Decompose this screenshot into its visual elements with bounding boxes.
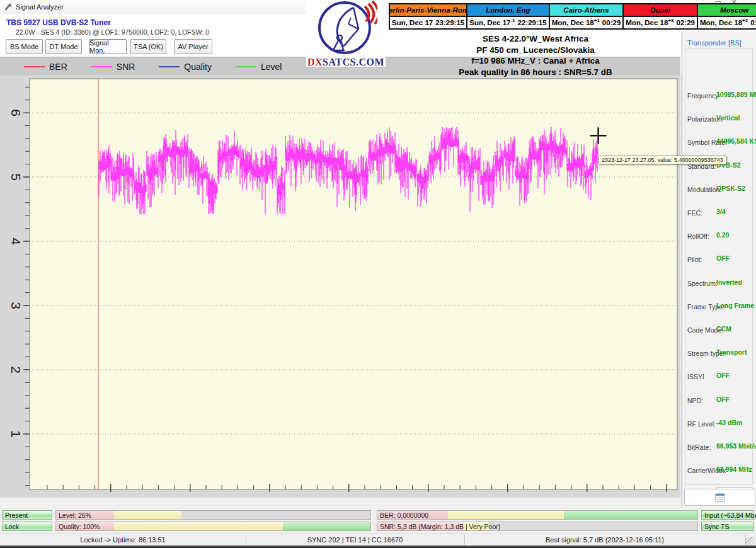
tp-value: Vertical bbox=[716, 114, 740, 122]
resize-grip[interactable] bbox=[746, 537, 755, 545]
y-axis-label-2: 2 bbox=[8, 362, 23, 378]
y-axis-label-1: 1 bbox=[8, 426, 23, 442]
legend-label: Level bbox=[261, 62, 282, 72]
chart-title-antenna: PF 450 cm_Lucenec/Slovakia bbox=[387, 45, 684, 56]
clock-time-1: Sun, Dec 17-122:29:15 bbox=[467, 17, 549, 28]
chart-title-peak: Peak quality in 86 hours : SNR=5.7 dB bbox=[387, 67, 684, 78]
tp-value: OFF bbox=[716, 372, 730, 379]
clock-city-1: London, Eng bbox=[467, 4, 549, 17]
clock-time-value: 22:29:15 bbox=[518, 19, 547, 26]
y-axis-label-5: 5 bbox=[8, 169, 23, 185]
tp-label: BitRate: bbox=[687, 443, 711, 451]
legend-item-level: Level bbox=[236, 62, 282, 72]
sync-ts-indicator: Sync TS bbox=[701, 522, 754, 531]
lock-indicator: Lock bbox=[2, 522, 52, 531]
app-icon bbox=[4, 3, 13, 11]
chart-title-frequency: f=10 986 MHz_V : Canal + Africa bbox=[387, 55, 684, 67]
present-indicator: Present bbox=[2, 510, 52, 520]
status-sync: SYNC 202 | TEI 14 | CC 16670 bbox=[246, 534, 464, 546]
tp-row-carrierwidth-: CarrierWidth:53,994 MHz bbox=[687, 465, 754, 474]
tp-value: 10985,889 MHz bbox=[716, 91, 756, 98]
tp-row-stream-type-: Stream type:Transport bbox=[687, 348, 754, 357]
status-uptime: Locked -> Uptime: 86:13:51 bbox=[0, 534, 246, 546]
tp-label: NPD: bbox=[687, 397, 703, 404]
tp-value: Inverted bbox=[716, 278, 742, 286]
legend-item-snr: SNR bbox=[91, 62, 135, 72]
signal-analyzer-window: ▭✕ Signal Analyzer TBS 5927 USB DVB-S2 T… bbox=[0, 0, 756, 548]
tp-row-spectrum-: Spectrum:Inverted bbox=[687, 278, 754, 287]
legend-label: Quality bbox=[184, 62, 212, 72]
tp-value: QPSK-S2 bbox=[716, 185, 745, 192]
tp-label: ISSYI bbox=[687, 373, 704, 380]
logo-text: DXSATCS.COM bbox=[306, 57, 386, 68]
clock-date: Mon, Dec 18 bbox=[700, 19, 742, 26]
tp-value: Long Frame bbox=[716, 302, 754, 309]
y-axis-label-3: 3 bbox=[8, 297, 23, 314]
clock-utc-offset: +3 bbox=[668, 18, 676, 23]
level-bar: Level: 26% bbox=[55, 510, 371, 520]
status-bar: Locked -> Uptime: 86:13:51 SYNC 202 | TE… bbox=[0, 533, 756, 546]
tab-dt-mode[interactable]: DT Mode bbox=[45, 39, 82, 54]
tp-value: 44995,584 KS/s bbox=[716, 137, 756, 145]
clock-time-4: Mon, Dec 18+201:29 bbox=[698, 17, 756, 28]
tp-value: -43 dBm bbox=[716, 419, 742, 426]
tp-value: 53,994 MHz bbox=[716, 465, 752, 473]
tp-label: Spectrum: bbox=[687, 280, 718, 287]
tp-value: OFF bbox=[716, 396, 730, 403]
tp-value: 66,953 Mbit/s bbox=[716, 442, 756, 450]
tuner-settings: 22.0W - SES 4 (ID: 3380) @ LOF1: 9750000… bbox=[16, 28, 209, 36]
legend-color-swatch bbox=[91, 66, 112, 67]
clock-time-0: Sun, Dec 1723:29:15 bbox=[390, 17, 467, 28]
tab-bs-mode[interactable]: BS Mode bbox=[6, 39, 43, 54]
legend-label: BER bbox=[49, 62, 67, 72]
chart-title-block: SES 4-22.0°W_West Africa PF 450 cm_Lucen… bbox=[387, 33, 684, 77]
tp-row-npd-: NPD:OFF bbox=[687, 396, 754, 404]
clock-city-0: Berlin-Paris-Vienna-Roma bbox=[390, 4, 467, 17]
tp-value: Transport bbox=[716, 348, 747, 356]
ber-bar: BER: 0,0000000 bbox=[377, 510, 698, 520]
clock-date: Sun, Dec 17 bbox=[392, 19, 433, 26]
stream-list-button[interactable] bbox=[684, 489, 755, 506]
tab-signal-mon-[interactable]: Signal Mon. bbox=[89, 39, 127, 54]
tp-label: Frequency: bbox=[687, 92, 721, 100]
legend-color-swatch bbox=[236, 66, 256, 67]
status-best-signal: Best signal: 5,7 dB (2023-12-16 05:11) bbox=[464, 534, 745, 546]
clock-time-value: 23:29:15 bbox=[435, 19, 464, 26]
legend-item-quality: Quality bbox=[159, 62, 212, 72]
legend-color-swatch bbox=[24, 66, 45, 67]
tp-row-bitrate-: BitRate:66,953 Mbit/s bbox=[687, 442, 754, 451]
clock-time-value: 01:29 bbox=[750, 19, 756, 26]
tp-row-fec-: FEC:3/4 bbox=[687, 208, 754, 217]
tp-value: 0.20 bbox=[716, 231, 729, 239]
snr-label: SNR: 5,3 dB (Margin: 1,3 dB | Very Poor) bbox=[380, 523, 500, 530]
tab-tsa-ok-[interactable]: TSA (OK) bbox=[130, 39, 166, 54]
transponder-title: Transponder [BS] bbox=[687, 39, 742, 47]
clock-city-4: Moscow bbox=[698, 4, 756, 17]
quality-bar: Quality: 100% bbox=[55, 522, 371, 531]
level-label: Level: 26% bbox=[59, 511, 91, 519]
tp-label: RF Level: bbox=[687, 420, 716, 428]
list-icon bbox=[715, 493, 725, 502]
clock-date: Sun, Dec 17 bbox=[469, 19, 510, 26]
cursor-tooltip: 2023-12-17 23.27.05, value: 5,4000000953… bbox=[598, 156, 726, 164]
clock-date: Mon, Dec 18 bbox=[552, 19, 594, 26]
transponder-sidebar: Transponder [BS] Frequency:10985,889 MHz… bbox=[682, 31, 756, 508]
clock-utc-offset: -1 bbox=[510, 18, 517, 23]
legend-color-swatch bbox=[159, 66, 180, 67]
snr-bar: SNR: 5,3 dB (Margin: 1,3 dB | Very Poor) bbox=[377, 522, 698, 531]
snr-trace-chart[interactable] bbox=[0, 76, 680, 498]
clock-utc-offset: +2 bbox=[742, 18, 750, 23]
legend-label: SNR bbox=[117, 62, 135, 72]
clock-utc-offset: +1 bbox=[594, 18, 602, 23]
tab-av-player[interactable]: AV Player bbox=[174, 39, 212, 54]
world-clock-table: Berlin-Paris-Vienna-RomaLondon, EngCairo… bbox=[389, 3, 756, 30]
tp-value: OFF bbox=[716, 254, 730, 262]
y-axis-label-6: 6 bbox=[8, 105, 23, 121]
tp-row-frequency-: Frequency:10985,889 MHz bbox=[687, 91, 754, 100]
tp-row-symbol-rate-: Symbol Rate:44995,584 KS/s bbox=[687, 137, 754, 146]
tp-row-pilot-: Pilot:OFF bbox=[687, 254, 754, 263]
tp-value: 3/4 bbox=[716, 208, 726, 215]
snr-chart-panel[interactable]: 123456 bbox=[0, 76, 680, 498]
tp-row-code-mode-: Code Mode:CCM bbox=[687, 325, 754, 334]
tp-label: RollOff: bbox=[687, 232, 709, 240]
